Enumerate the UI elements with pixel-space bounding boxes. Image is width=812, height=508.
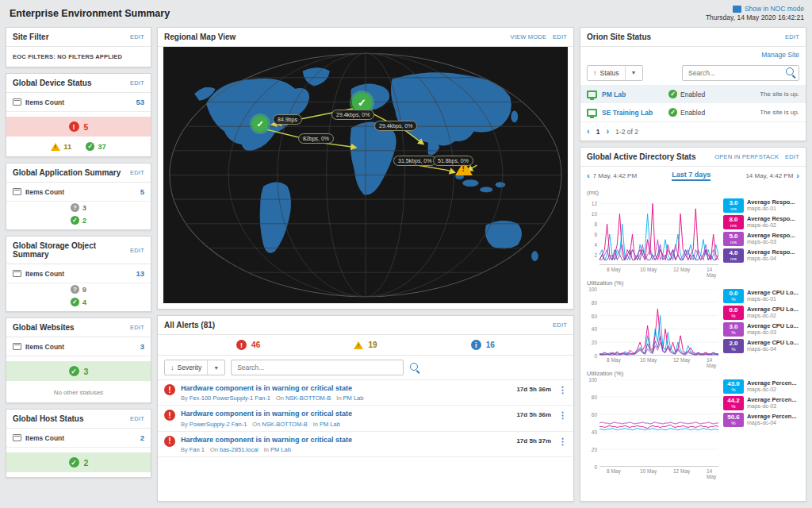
host-status-edit-link[interactable]: EDIT <box>130 415 144 422</box>
map-title: Regional Map View <box>164 33 236 41</box>
global-storage-summary-card: Global Storage Object Summary EDIT Items… <box>6 236 151 312</box>
severity-dropdown-button[interactable]: ▼ <box>207 360 224 375</box>
kebab-menu-icon[interactable]: ⋮ <box>558 386 567 394</box>
alert-object-link[interactable]: Fan 1 <box>190 446 205 453</box>
alert-title-link[interactable]: Hardware component is in warning or crit… <box>181 384 369 393</box>
alert-site-link[interactable]: PM Lab <box>343 394 364 402</box>
site-name-link[interactable]: SE Training Lab <box>602 109 664 117</box>
legend-item[interactable]: 0.0%Average CPU Lo...maps-dc-02 <box>723 306 801 320</box>
status-sort-button[interactable]: ↑ Status <box>588 66 625 80</box>
map-link-label[interactable]: 82bps, 0% <box>298 133 334 144</box>
alerts-edit-link[interactable]: EDIT <box>553 321 567 329</box>
websites-edit-link[interactable]: EDIT <box>130 324 144 331</box>
map-view-mode-link[interactable]: VIEW MODE <box>511 33 547 40</box>
site-filter-title: Site Filter <box>13 33 49 41</box>
site-name-link[interactable]: PM Lab <box>602 90 664 98</box>
ad-charts: (ms) 12108642 8 May10 May12 May14 May 3.… <box>580 185 806 501</box>
legend-item[interactable]: 4.0msAverage Respo...maps-dc-04 <box>723 248 801 263</box>
site-search-input[interactable] <box>682 65 799 81</box>
kebab-menu-icon[interactable]: ⋮ <box>558 411 567 419</box>
device-warning-item[interactable]: ! 11 <box>51 142 71 151</box>
show-in-noc-mode-link[interactable]: Show in NOC mode <box>733 5 804 13</box>
status-dropdown-button[interactable]: ▼ <box>625 66 642 80</box>
chart-x-axis: 8 May10 May12 May14 May <box>599 467 718 475</box>
manage-site-link[interactable]: Manage Site <box>761 51 799 59</box>
host-up-banner[interactable]: ✓ 2 <box>6 452 151 472</box>
legend-item[interactable]: 3.0msAverage Respo...maps-dc-01 <box>723 198 801 213</box>
legend-item[interactable]: 43.0%Average Percen...maps-dc-02 <box>723 379 801 394</box>
site-row[interactable]: PM Lab ✓ Enabled The site is up. <box>580 85 806 103</box>
alert-site-link[interactable]: PM Lab <box>270 446 291 453</box>
site-status-edit-link[interactable]: EDIT <box>785 33 799 40</box>
app-unknown-item[interactable]: ? 3 <box>71 203 86 212</box>
alerts-warning-summary[interactable]: ! 19 <box>354 341 377 349</box>
map-node-up[interactable]: ✓ <box>252 116 268 132</box>
legend-item[interactable]: 3.0%Average CPU Lo...maps-dc-03 <box>723 322 801 337</box>
next-page-icon[interactable]: › <box>606 127 609 136</box>
alerts-search-input[interactable] <box>231 360 404 375</box>
page-number[interactable]: 1 <box>596 128 600 136</box>
kebab-menu-icon[interactable]: ⋮ <box>558 437 567 445</box>
websites-items-count-value[interactable]: 3 <box>140 342 144 351</box>
ad-stats-edit-link[interactable]: EDIT <box>785 153 799 160</box>
map-link-label[interactable]: 51.8bps, 0% <box>433 156 473 166</box>
severity-sort-button[interactable]: ↓ Severity <box>165 360 207 375</box>
chart-plot-area[interactable] <box>599 289 718 356</box>
app-items-count-value[interactable]: 5 <box>140 187 144 196</box>
chart-plot-area[interactable] <box>599 379 718 467</box>
site-filter-edit-link[interactable]: EDIT <box>130 33 144 40</box>
alerts-info-summary[interactable]: i 16 <box>471 340 495 350</box>
app-up-item[interactable]: ✓ 2 <box>71 216 86 225</box>
time-range-label[interactable]: Last 7 days <box>672 171 710 181</box>
alert-title-link[interactable]: Hardware component is in warning or crit… <box>181 410 352 418</box>
chart-plot-area[interactable] <box>599 198 718 265</box>
legend-item[interactable]: 5.0msAverage Respo...maps-dc-03 <box>723 232 801 246</box>
legend-item[interactable]: 50.6%Average Percen...maps-dc-04 <box>723 413 801 427</box>
map-link-label[interactable]: 29.4kbps, 0% <box>374 121 417 131</box>
storage-summary-edit-link[interactable]: EDIT <box>130 247 144 254</box>
legend-item[interactable]: 0.0%Average CPU Lo...maps-dc-01 <box>723 289 801 303</box>
open-in-perfstack-link[interactable]: OPEN IN PERFSTACK <box>714 153 779 160</box>
websites-up-banner[interactable]: ✓ 3 <box>6 361 151 381</box>
chart-x-axis: 8 May10 May12 May14 May <box>599 356 718 364</box>
alert-object-link[interactable]: PowerSupply-2 Fan-1 <box>190 421 247 428</box>
storage-items-count-value[interactable]: 13 <box>136 269 144 278</box>
alert-node-link[interactable]: NSK-BOTTOM-B <box>285 394 331 402</box>
map-link-label[interactable]: 31.5kbps, 0% <box>393 156 436 166</box>
device-up-item[interactable]: ✓ 37 <box>86 142 106 151</box>
in-label: In <box>313 421 318 428</box>
prev-page-icon[interactable]: ‹ <box>587 127 590 136</box>
device-critical-banner[interactable]: ! 5 <box>6 117 151 137</box>
alert-title-link[interactable]: Hardware component is in warning or crit… <box>181 436 352 444</box>
storage-up-item[interactable]: ✓ 4 <box>71 298 86 306</box>
storage-unknown-item[interactable]: ? 9 <box>71 285 86 294</box>
search-icon[interactable] <box>409 362 420 373</box>
left-column: Site Filter EDIT EOC FILTERS: NO FILTERS… <box>6 27 151 502</box>
legend-item[interactable]: 44.2%Average Percen...maps-dc-03 <box>723 396 801 410</box>
legend-item[interactable]: 2.0%Average CPU Lo...maps-dc-04 <box>723 339 801 353</box>
site-state: ✓ Enabled <box>668 90 705 98</box>
alert-site-link[interactable]: PM Lab <box>320 421 340 428</box>
map-link-label[interactable]: 29.4kbps, 0% <box>331 110 374 120</box>
alerts-critical-summary[interactable]: ! 46 <box>236 340 260 350</box>
alert-node-link[interactable]: NSK-BOTTOM-B <box>262 421 307 428</box>
alert-row[interactable]: ! Hardware component is in warning or cr… <box>158 406 573 431</box>
map-edit-link[interactable]: EDIT <box>553 33 567 40</box>
site-row[interactable]: SE Training Lab ✓ Enabled The site is up… <box>580 103 806 121</box>
time-forward-icon[interactable]: › <box>796 171 799 180</box>
world-map[interactable]: ✓ ✓ ! 84.9bps 29.4kbps, 0% 29.4kbps, 0% … <box>163 47 568 303</box>
alert-node-link[interactable]: bas-2851.local <box>220 446 259 453</box>
device-status-edit-link[interactable]: EDIT <box>130 79 144 87</box>
map-link-label[interactable]: 84.9bps <box>273 114 302 125</box>
search-icon[interactable] <box>785 67 796 78</box>
host-items-count-value[interactable]: 2 <box>140 433 144 442</box>
time-back-icon[interactable]: ‹ <box>587 171 590 180</box>
app-summary-edit-link[interactable]: EDIT <box>130 169 144 176</box>
page-title: Enterprise Environment Summary <box>10 5 170 19</box>
alert-object-link[interactable]: Fex-100 PowerSupply-1 Fan-1 <box>190 394 270 402</box>
device-items-count-value[interactable]: 53 <box>136 98 144 106</box>
chart-ytick: 6 <box>594 232 597 237</box>
legend-item[interactable]: 8.0msAverage Respo...maps-dc-02 <box>723 215 801 229</box>
alert-row[interactable]: ! Hardware component is in warning or cr… <box>158 380 573 406</box>
alert-row[interactable]: ! Hardware component is in warning or cr… <box>158 432 573 457</box>
